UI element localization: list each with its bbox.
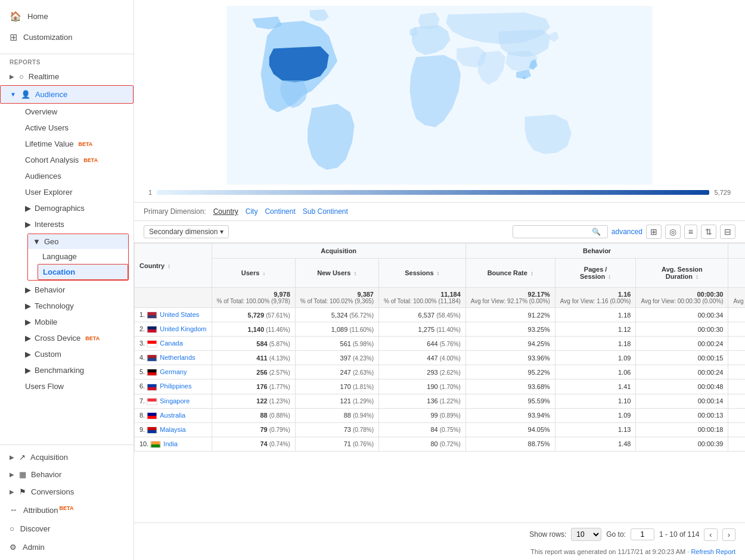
country-link-2[interactable]: Canada: [160, 340, 183, 347]
sidebar-item-overview[interactable]: Overview: [18, 104, 134, 120]
sidebar-item-custom[interactable]: ▶ Custom: [18, 346, 134, 362]
country-link-4[interactable]: Germany: [160, 368, 187, 375]
totals-users: 9,978 % of Total: 100.00% (9,978): [212, 288, 295, 308]
goto-input[interactable]: [631, 528, 654, 540]
col-header-bounce-rate[interactable]: Bounce Rate ↕: [465, 259, 555, 288]
sidebar-item-language[interactable]: Language: [38, 249, 128, 264]
audience-children: Overview Active Users Lifetime ValueBETA…: [0, 104, 134, 394]
home-icon: 🏠: [10, 11, 21, 22]
search-input[interactable]: [518, 228, 589, 236]
cell-bounce-rate-7: 93.94%: [465, 408, 555, 422]
cell-bounce-rate-9: 88.75%: [465, 437, 555, 451]
sidebar-item-audience[interactable]: ▼ 👤 Audience: [0, 85, 134, 104]
reports-label: REPORTS: [0, 54, 134, 68]
legend-min: 1: [148, 189, 152, 196]
col-header-users[interactable]: Users ↓: [212, 259, 295, 288]
cell-users-1: 1,140 (11.46%): [212, 322, 295, 337]
country-link-5[interactable]: Philippines: [160, 382, 191, 390]
pagination-bar: Show rows: 10 25 50 100 Go to: 1 - 10 of…: [134, 522, 745, 546]
cell-sessions-2: 644 (5.76%): [378, 337, 465, 351]
pivot-button[interactable]: ⇅: [701, 225, 716, 239]
audience-icon: 👤: [21, 90, 30, 99]
pie-view-button[interactable]: ◎: [665, 225, 681, 239]
secondary-dimension-button[interactable]: Secondary dimension ▾: [144, 225, 229, 238]
chevron-right-icon: ▶: [10, 73, 14, 80]
cell-sessions-6: 136 (1.22%): [378, 394, 465, 408]
cell-sessions-4: 293 (2.62%): [378, 365, 465, 379]
svg-rect-4: [148, 329, 157, 332]
sidebar-item-active-users[interactable]: Active Users: [18, 120, 134, 136]
country-link-6[interactable]: Singapore: [160, 397, 190, 405]
country-link-1[interactable]: United Kingdom: [160, 325, 206, 332]
cell-bounce-rate-5: 93.68%: [465, 379, 555, 394]
sidebar-item-behavior-main[interactable]: ▶ ▦ Behavior: [0, 466, 134, 483]
sidebar-item-benchmarking[interactable]: ▶ Benchmarking: [18, 362, 134, 378]
sidebar-item-acquisition[interactable]: ▶ ↗ Acquisition: [0, 449, 134, 466]
refresh-report-link[interactable]: Refresh Report: [691, 548, 735, 555]
sidebar-item-user-explorer[interactable]: User Explorer: [18, 184, 134, 200]
totals-bounce-rate: 92.17% Avg for View: 92.17% (0.00%): [465, 288, 555, 308]
sidebar-item-cross-device[interactable]: ▶ Cross DeviceBETA: [18, 330, 134, 346]
sidebar-item-lifetime-value[interactable]: Lifetime ValueBETA: [18, 136, 134, 152]
geo-label: Geo: [44, 237, 59, 246]
data-table-wrap: Country ↕ Acquisition Behavior Conversio…: [134, 243, 745, 522]
sidebar-item-customization[interactable]: ⊞ Customization: [0, 27, 134, 48]
secondary-dim-bar: Secondary dimension ▾ 🔍 advanced ⊞ ◎ ≡ ⇅…: [134, 221, 745, 243]
col-header-avg-session[interactable]: Avg. SessionDuration ↕: [636, 259, 728, 288]
page-range: 1 - 10 of 114: [659, 530, 699, 539]
sidebar-item-audiences[interactable]: Audiences: [18, 168, 134, 184]
comparison-button[interactable]: ≡: [684, 225, 697, 239]
cell-country-7: 8. Australia: [135, 408, 212, 422]
sidebar-item-home[interactable]: 🏠 Home: [0, 6, 134, 27]
svg-rect-9: [148, 369, 157, 372]
country-link-9[interactable]: India: [163, 440, 178, 447]
cell-bounce-rate-0: 91.22%: [465, 308, 555, 322]
table-row: 2. United Kingdom 1,140 (11.46%) 1,089 (…: [135, 322, 746, 337]
dim-continent[interactable]: Continent: [265, 207, 295, 216]
sidebar-item-mobile[interactable]: ▶ Mobile: [18, 314, 134, 330]
dim-city[interactable]: City: [246, 207, 258, 216]
sidebar-item-users-flow[interactable]: Users Flow: [18, 378, 134, 394]
primary-dimension-bar: Primary Dimension: Country City Continen…: [134, 203, 745, 221]
next-page-button[interactable]: ›: [722, 528, 735, 541]
prev-page-button[interactable]: ‹: [704, 528, 717, 541]
svg-rect-15: [148, 413, 157, 416]
sidebar-item-admin[interactable]: ⚙ Admin: [0, 538, 134, 556]
advanced-link[interactable]: advanced: [611, 228, 642, 236]
cell-country-9: 10. India: [135, 437, 212, 451]
cell-new-users-0: 5,324 (56.72%): [295, 308, 378, 322]
sidebar-item-discover[interactable]: ○ Discover: [0, 519, 134, 538]
table-view-button[interactable]: ⊞: [646, 225, 662, 239]
sidebar-item-cohort-analysis[interactable]: Cohort AnalysisBETA: [18, 152, 134, 168]
sidebar-item-interests[interactable]: ▶ Interests: [18, 216, 134, 232]
cell-pages-session-0: 1.18: [555, 308, 636, 322]
sidebar-item-location[interactable]: Location: [38, 264, 128, 280]
col-header-new-users[interactable]: New Users ↕: [295, 259, 378, 288]
rows-per-page-select[interactable]: 10 25 50 100: [571, 528, 601, 541]
svg-rect-2: [148, 315, 157, 318]
sidebar-item-behavior-sub[interactable]: ▶ Behavior: [18, 282, 134, 298]
sidebar-item-attribution[interactable]: ↔ AttributionBETA: [0, 500, 134, 519]
sidebar-item-technology[interactable]: ▶ Technology: [18, 298, 134, 314]
chevron-right-icon-mob: ▶: [25, 318, 31, 326]
country-link-8[interactable]: Malaysia: [160, 426, 185, 433]
country-link-7[interactable]: Australia: [160, 412, 185, 419]
sidebar-item-realtime[interactable]: ▶ ○ Realtime: [0, 68, 134, 85]
column-button[interactable]: ⊟: [720, 225, 735, 239]
col-header-pages-session[interactable]: Pages /Session ↕: [555, 259, 636, 288]
table-row: 6. Philippines 176 (1.77%) 170 (1.81%) 1…: [135, 379, 746, 394]
table-body: 1. United States 5,729 (57.61%) 5,324 (5…: [135, 308, 746, 452]
dim-sub-continent[interactable]: Sub Continent: [303, 207, 348, 216]
sidebar-item-demographics[interactable]: ▶ Demographics: [18, 200, 134, 216]
country-link-0[interactable]: United States: [160, 311, 199, 318]
col-header-sessions[interactable]: Sessions ↕: [378, 259, 465, 288]
sidebar-item-conversions[interactable]: ▶ ⚑ Conversions: [0, 483, 134, 500]
country-link-3[interactable]: Netherlands: [160, 354, 195, 361]
col-header-goal-conv[interactable]: GoalConversionRate ↕: [728, 259, 745, 288]
cell-goal-conv-5: 0.00%: [728, 379, 745, 394]
sidebar-item-geo[interactable]: ▼ Geo: [28, 234, 128, 249]
cell-users-8: 79 (0.79%): [212, 422, 295, 437]
dim-country[interactable]: Country: [213, 207, 238, 216]
main-content: 1 5,729 Primary Dimension: Country City …: [134, 0, 745, 560]
cell-sessions-8: 84 (0.75%): [378, 422, 465, 437]
